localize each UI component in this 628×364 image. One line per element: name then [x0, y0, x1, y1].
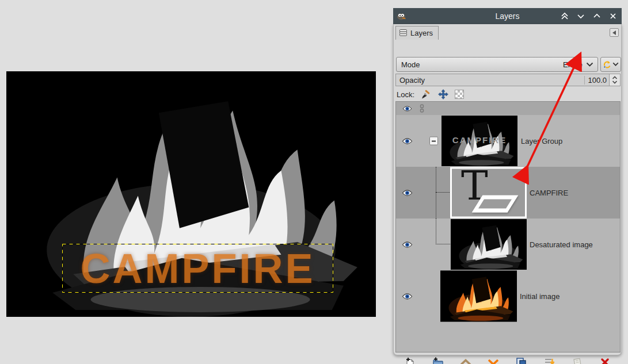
- layers-dialog: Layers Layers: [393, 8, 622, 355]
- layers-toolbar: [396, 355, 619, 364]
- dialog-panel: Layers Mode Erase Opacity 100.0: [393, 24, 622, 355]
- layer-list[interactable]: CAMPFIRE Layer Group T CAMPFIRE: [395, 101, 621, 352]
- tree-line: [436, 167, 436, 219]
- layer-row-campfire[interactable]: T CAMPFIRE: [396, 167, 620, 219]
- spin-down-icon: [612, 80, 618, 84]
- chevron-down-icon: [612, 62, 619, 67]
- duplicate-layer-button[interactable]: [513, 355, 530, 364]
- close-icon[interactable]: [608, 11, 618, 21]
- spin-up-icon: [612, 76, 618, 80]
- selection-marquee[interactable]: [62, 244, 333, 293]
- move-icon[interactable]: [438, 89, 448, 99]
- layer-thumbnail-initial[interactable]: [440, 271, 517, 322]
- image-canvas[interactable]: CAMPFIRE: [6, 71, 376, 317]
- mode-label: Mode: [401, 60, 420, 69]
- delete-layer-icon: [600, 358, 610, 364]
- lower-layer-icon: [488, 359, 499, 364]
- layers-stack-icon: [399, 29, 408, 37]
- anchor-layer-button[interactable]: [568, 355, 585, 364]
- layer-name[interactable]: Desaturated image: [530, 240, 593, 249]
- eye-icon[interactable]: [401, 188, 413, 197]
- opacity-slider[interactable]: Opacity 100.0: [395, 74, 610, 86]
- opacity-value: 100.0: [584, 76, 607, 85]
- tree-line: [436, 244, 450, 244]
- lower-layer-button[interactable]: [485, 355, 502, 364]
- delete-layer-button[interactable]: [596, 355, 614, 364]
- blend-space-button[interactable]: [600, 57, 621, 72]
- raise-layer-button[interactable]: [457, 355, 474, 364]
- reset-history-icon: [603, 60, 611, 69]
- layer-name[interactable]: Layer Group: [521, 137, 562, 145]
- layer-thumbnail-group[interactable]: CAMPFIRE: [441, 116, 517, 166]
- new-group-icon: [432, 357, 444, 364]
- group-collapse-toggle[interactable]: [429, 137, 438, 145]
- tree-line: [436, 192, 450, 193]
- lock-label: Lock:: [397, 90, 414, 99]
- eye-icon[interactable]: [401, 136, 413, 145]
- dockable-menu-button[interactable]: [610, 28, 619, 37]
- eye-icon[interactable]: [401, 104, 413, 113]
- layer-name[interactable]: Initial image: [520, 292, 560, 301]
- layer-row-initial[interactable]: Initial image: [396, 270, 620, 322]
- raise-layer-icon: [460, 359, 471, 364]
- tab-label: Layers: [410, 29, 433, 37]
- mode-value: Erase: [563, 60, 583, 69]
- eye-icon[interactable]: [401, 240, 413, 249]
- collapse-dock-icon[interactable]: [560, 11, 570, 21]
- anchor-icon: [572, 358, 583, 364]
- opacity-spinner[interactable]: [610, 74, 621, 86]
- shade-up-icon[interactable]: [592, 11, 602, 21]
- paintbrush-icon[interactable]: [421, 89, 432, 99]
- new-group-button[interactable]: [429, 355, 447, 364]
- layer-name[interactable]: CAMPFIRE: [530, 189, 568, 197]
- thumb-campfire-text: CAMPFIRE: [441, 135, 517, 145]
- dialog-titlebar[interactable]: Layers: [393, 8, 622, 24]
- shade-down-icon[interactable]: [576, 11, 586, 21]
- layer-row-desaturated[interactable]: Desaturated image: [396, 219, 620, 270]
- new-layer-icon: [405, 357, 415, 364]
- merge-down-icon: [544, 358, 555, 364]
- dockable-menu-icon: [612, 30, 616, 35]
- alpha-checker-icon[interactable]: [455, 90, 464, 99]
- eye-icon[interactable]: [401, 292, 413, 301]
- merge-down-button[interactable]: [541, 355, 558, 364]
- duplicate-layer-icon: [516, 357, 527, 364]
- list-header-row: [396, 102, 620, 115]
- layer-thumbnail-desaturated[interactable]: [451, 219, 527, 270]
- chain-icon[interactable]: [417, 104, 427, 113]
- mode-dropdown[interactable]: Mode Erase: [396, 57, 598, 72]
- lock-row: Lock:: [397, 87, 464, 101]
- tree-line: [436, 219, 436, 244]
- layer-thumbnail-text[interactable]: T: [450, 167, 527, 219]
- opacity-label: Opacity: [399, 76, 425, 85]
- chevron-down-icon: [586, 62, 593, 67]
- layer-row-group[interactable]: CAMPFIRE Layer Group: [396, 115, 620, 167]
- tab-layers[interactable]: Layers: [395, 26, 439, 40]
- new-layer-button[interactable]: [401, 355, 418, 364]
